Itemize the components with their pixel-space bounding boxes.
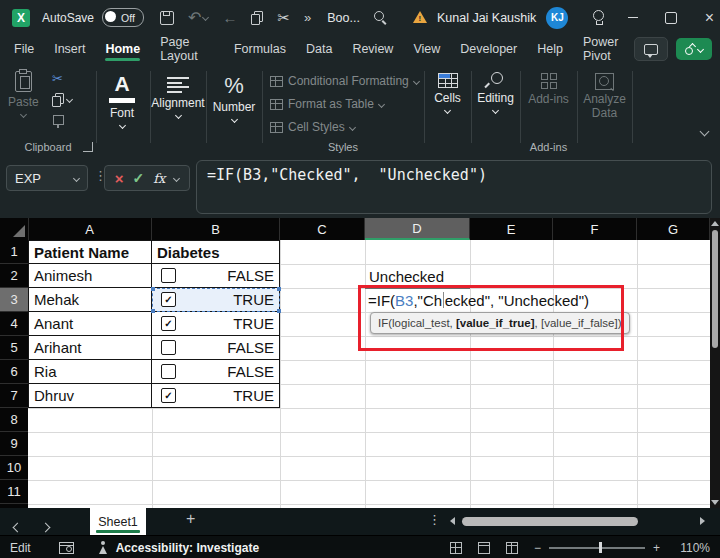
row-header-1[interactable]: 1 [0, 240, 28, 264]
minimize-button[interactable] [618, 0, 648, 35]
number-button[interactable]: % Number [206, 73, 262, 122]
column-header-b[interactable]: B [152, 218, 280, 240]
ribbon-copy-button[interactable] [52, 92, 72, 106]
checkbox-unchecked[interactable] [161, 364, 176, 379]
prev-sheet-button[interactable] [14, 517, 21, 535]
next-sheet-button[interactable] [42, 517, 49, 535]
copy-button[interactable] [251, 11, 263, 24]
tab-insert[interactable]: Insert [54, 35, 85, 63]
close-button[interactable]: × [694, 0, 720, 35]
redo-button[interactable]: ← [222, 9, 237, 26]
cell-d3-formula-edit[interactable]: =IF(B3,"Checked", "Unchecked") [368, 288, 589, 312]
add-sheet-button[interactable]: + [186, 510, 195, 528]
row-header-4[interactable]: 4 [0, 312, 28, 336]
tab-formulas[interactable]: Formulas [234, 35, 286, 63]
checkbox-unchecked[interactable] [161, 268, 176, 283]
column-header-g[interactable]: G [637, 218, 710, 240]
cell-b1[interactable]: Diabetes [152, 240, 280, 264]
column-header-c[interactable]: C [280, 218, 365, 240]
cell-b2[interactable]: FALSE [152, 264, 280, 288]
font-button[interactable]: A Font [109, 73, 135, 128]
row-header-8[interactable]: 8 [0, 408, 28, 432]
tab-view[interactable]: View [413, 35, 440, 63]
avatar[interactable]: KJ [546, 7, 568, 29]
row-header-7[interactable]: 7 [0, 384, 28, 408]
cells-button[interactable]: Cells [424, 73, 471, 113]
tab-file[interactable]: File [14, 35, 34, 63]
share-button[interactable] [676, 38, 712, 60]
column-header-d[interactable]: D [365, 218, 470, 240]
conditional-formatting-button[interactable]: Conditional Formatting [270, 74, 419, 88]
horizontal-scroll-thumb[interactable] [462, 517, 638, 526]
tab-page-layout[interactable]: Page Layout [160, 35, 214, 63]
checkbox-checked[interactable]: ✓ [161, 388, 176, 403]
cell-a5[interactable]: Arihant [28, 336, 152, 360]
tab-data[interactable]: Data [306, 35, 332, 63]
page-layout-view-button[interactable] [478, 542, 490, 554]
macro-record-icon[interactable] [59, 542, 74, 554]
vertical-scrollbar[interactable] [710, 218, 720, 508]
cut-button[interactable]: ✂ [277, 9, 290, 27]
formula-bar-chevron-icon[interactable] [173, 174, 180, 181]
tab-review[interactable]: Review [352, 35, 393, 63]
alignment-button[interactable]: Alignment [150, 73, 206, 118]
cancel-icon[interactable]: × [115, 170, 124, 187]
zoom-out-button[interactable]: − [534, 541, 541, 555]
analyze-data-button[interactable]: Analyze Data [577, 73, 632, 121]
undo-button[interactable]: ↶ [188, 8, 208, 27]
page-break-view-button[interactable] [506, 542, 518, 554]
collapse-ribbon-button[interactable] [701, 121, 708, 139]
normal-view-button[interactable] [450, 542, 462, 554]
formula-input[interactable]: =IF(B3,"Checked", "Unchecked") [196, 160, 712, 214]
cell-a4[interactable]: Anant [28, 312, 152, 336]
paste-button[interactable]: Paste [8, 71, 39, 117]
row-header-11[interactable]: 11 [0, 480, 28, 504]
select-all-corner[interactable] [0, 218, 29, 240]
sheet-tab-sheet1[interactable]: Sheet1 [90, 508, 146, 535]
vertical-scroll-thumb[interactable] [712, 230, 718, 348]
warning-icon[interactable]: ! [413, 11, 427, 24]
column-header-f[interactable]: F [553, 218, 637, 240]
ribbon-cut-button[interactable]: ✂ [52, 71, 63, 85]
enter-icon[interactable]: ✓ [132, 170, 144, 186]
cell-a6[interactable]: Ria [28, 360, 152, 384]
row-header-2[interactable]: 2 [0, 264, 28, 288]
search-button[interactable] [374, 11, 387, 24]
comments-button[interactable] [634, 37, 668, 61]
cell-b4[interactable]: ✓ TRUE [152, 312, 280, 336]
lightbulb-icon[interactable] [592, 10, 604, 25]
name-box[interactable]: EXP [6, 165, 88, 191]
row-header-10[interactable]: 10 [0, 456, 28, 480]
save-button[interactable] [160, 11, 174, 25]
tab-developer[interactable]: Developer [460, 35, 517, 63]
row-header-5[interactable]: 5 [0, 336, 28, 360]
tab-home[interactable]: Home [105, 35, 140, 63]
row-header-3[interactable]: 3 [0, 288, 28, 312]
insert-function-icon[interactable]: fx [153, 171, 165, 186]
cell-a1[interactable]: Patient Name [28, 240, 152, 264]
cell-a2[interactable]: Animesh [28, 264, 152, 288]
format-painter-button[interactable] [52, 113, 64, 127]
zoom-level[interactable]: 110% [676, 541, 710, 555]
cell-a7[interactable]: Dhruv [28, 384, 152, 408]
cell-a3[interactable]: Mehak [28, 288, 152, 312]
more-commands-button[interactable]: » [304, 10, 311, 25]
zoom-slider[interactable] [549, 547, 645, 549]
editing-button[interactable]: Editing [471, 72, 520, 113]
checkbox-unchecked[interactable] [161, 340, 176, 355]
cell-styles-button[interactable]: Cell Styles [270, 120, 355, 134]
column-header-e[interactable]: E [470, 218, 553, 240]
addins-button[interactable]: Add-ins [520, 73, 577, 106]
account-name[interactable]: Kunal Jai Kaushik [437, 11, 536, 25]
format-as-table-button[interactable]: Format as Table [270, 97, 384, 111]
zoom-slider-thumb[interactable] [599, 542, 602, 553]
cell-b7[interactable]: ✓ TRUE [152, 384, 280, 408]
zoom-in-button[interactable]: + [653, 541, 660, 555]
scroll-right-arrow[interactable] [700, 517, 705, 525]
row-header-9[interactable]: 9 [0, 432, 28, 456]
column-header-a[interactable]: A [28, 218, 152, 240]
checkbox-checked[interactable]: ✓ [161, 316, 176, 331]
autosave-toggle[interactable]: Off [102, 8, 144, 27]
tab-help[interactable]: Help [537, 35, 563, 63]
scroll-left-arrow[interactable] [450, 517, 455, 525]
